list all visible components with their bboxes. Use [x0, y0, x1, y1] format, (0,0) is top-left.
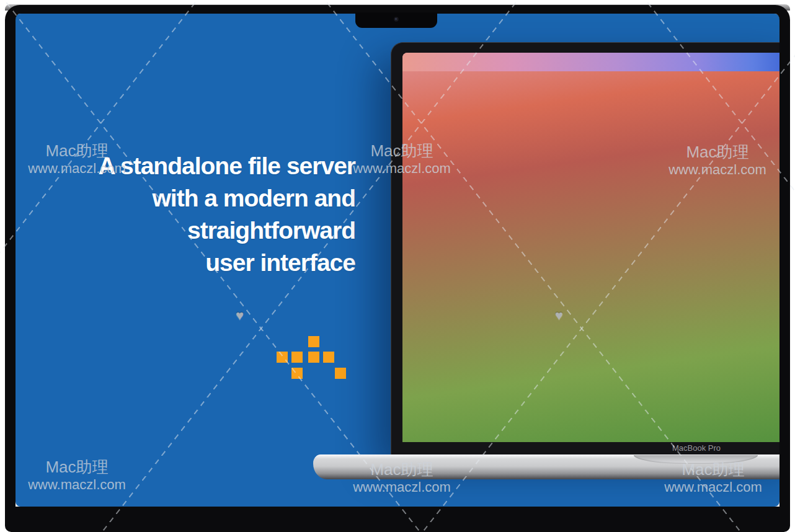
outer-macbook-screen: A standalone file server with a modern a… — [16, 14, 779, 507]
wallpaper-gradient-strip — [402, 53, 779, 71]
logo-pixel — [308, 352, 319, 363]
inner-macbook-wallpaper: Transfer ~/Transfer Name ^ Kind 217_aug1… — [402, 53, 779, 442]
marketing-screenshot: A standalone file server with a modern a… — [0, 0, 795, 532]
headline: A standalone file server with a modern a… — [16, 150, 355, 279]
logo-pixel — [335, 368, 346, 379]
camera-icon — [394, 17, 399, 22]
inner-macbook-deck — [313, 454, 779, 479]
deck-opening-indent — [634, 455, 758, 464]
camera-notch — [355, 12, 437, 28]
logo-pixel — [308, 336, 319, 347]
logo-pixel — [277, 352, 288, 363]
logo-pixel — [323, 352, 334, 363]
logo-pixel — [291, 352, 303, 363]
logo-pixel — [291, 368, 303, 379]
inner-macbook-frame: Transfer ~/Transfer Name ^ Kind 217_aug1… — [391, 42, 779, 456]
outer-macbook-lid-edge — [5, 4, 790, 11]
device-label: MacBook Pro — [659, 443, 734, 453]
